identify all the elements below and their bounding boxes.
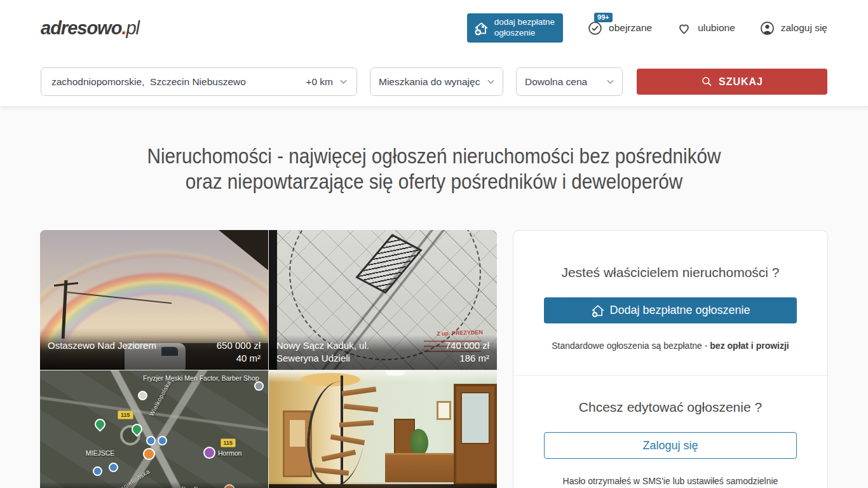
header-row: adresowo.pl dodaj bezpłatne ogłoszenie [41,0,827,56]
favorites-button[interactable]: ulubione [676,20,735,36]
map-poi-label: Hormon [218,449,241,457]
login-label: zaloguj się [781,22,827,34]
add-free-listing-button[interactable]: Dodaj bezpłatne ogłoszenie [544,297,797,323]
chevron-down-icon [338,76,349,87]
map-transit-icon [158,436,167,445]
property-type-value: Mieszkania do wynajęc [379,76,480,88]
favorites-label: ulubione [698,22,735,34]
listing-card-bialystok[interactable]: Białystok Zielone Wzgórze 599 576 zł [269,370,497,488]
location-input[interactable] [51,76,301,88]
add-free-listing-label: Dodaj bezpłatne ogłoszenie [609,304,750,317]
sidebar-login-button[interactable]: Zaloguj się [544,432,797,459]
photo-texture [385,370,405,376]
viewed-button[interactable]: 99+ obejrzane [587,20,652,36]
listing-price: 740 000 zł [445,339,489,352]
search-icon [701,76,713,88]
header-nav: dodaj bezpłatne ogłoszenie 99+ obejrzane [467,13,827,43]
owner-section: Jesteś właścicielem nieruchomości ? Doda… [513,231,827,375]
listing-area: 186 m² [445,352,489,365]
logo-main: adresowo [41,18,121,39]
user-circle-icon [759,20,775,36]
owner-heading: Jesteś właścicielem nieruchomości ? [544,265,797,280]
edit-section: Chcesz edytować ogłoszenie ? Zaloguj się… [513,375,827,488]
listing-label: Nowy Sącz Kaduk, ul. Seweryna Udzieli 74… [269,335,497,370]
photo-texture [385,453,454,482]
add-listing-label: dodaj bezpłatne ogłoszenie [494,17,555,39]
map-poi-icon [143,448,155,460]
main-content: Ostaszewo Nad Jeziorem 650 000 zł 40 m² … [0,230,868,488]
road-number-badge: 115 [220,438,236,447]
price-value: Dowolna cena [525,76,587,88]
listing-label: Ostaszewo Nad Jeziorem 650 000 zł 40 m² [40,335,268,370]
hero: Nieruchomości - najwięcej ogłoszeń nieru… [0,144,868,194]
photo-texture [67,292,172,304]
viewed-count-badge: 99+ [594,13,613,22]
house-plus-icon [473,20,489,36]
login-button[interactable]: zaloguj się [759,20,827,36]
sidebar-login-label: Zaloguj się [642,439,698,452]
listing-price: 650 000 zł [217,339,261,352]
location-search-control[interactable]: +0 km [41,67,357,96]
logo[interactable]: adresowo.pl [41,18,139,39]
map-transit-icon [146,436,156,445]
heart-icon [676,20,692,36]
listing-meta: 650 000 zł 40 m² [217,339,261,365]
free-note: Standardowe ogłoszenia są bezpłatne - be… [544,341,797,351]
search-submit-label: SZUKAJ [719,76,763,88]
viewed-label: obejrzane [609,22,652,34]
listing-label: Szczecin Centrum, ul. 674 000 zł [40,482,268,488]
map-transit-icon [109,463,118,472]
add-listing-button[interactable]: dodaj bezpłatne ogłoszenie [467,13,563,43]
photo-texture [437,401,451,419]
password-note: Hasło otrzymałeś w SMS'ie lub ustawiłeś … [544,476,797,486]
photo-texture [410,429,429,456]
viewed-icon-wrap: 99+ [587,20,603,36]
search-submit-button[interactable]: SZUKAJ [637,69,827,95]
map-transit-icon [93,466,102,476]
house-plus-icon [590,303,606,318]
map-marker-icon [93,416,108,431]
radius-value[interactable]: +0 km [306,76,333,88]
photo-texture [454,384,497,485]
owner-panel: Jesteś właścicielem nieruchomości ? Doda… [513,230,828,488]
map-poi-icon [203,447,215,459]
edit-heading: Chcesz edytować ogłoszenie ? [544,400,797,415]
listing-area: 40 m² [217,352,261,365]
map-poi-label: Fryzjer Męski Men Factor, Barber Shop [143,374,259,382]
page-title: Nieruchomości - najwięcej ogłoszeń nieru… [0,144,868,194]
listing-label: Białystok Zielone Wzgórze 599 576 zł [269,482,497,488]
road-number-badge: 115 [118,410,133,419]
listing-card-ostaszewo[interactable]: Ostaszewo Nad Jeziorem 650 000 zł 40 m² [40,230,268,370]
listing-card-szczecin[interactable]: Fryzjer Męski Men Factor, Barber Shop 11… [40,370,268,488]
listing-meta: 740 000 zł 186 m² [445,339,489,365]
featured-listings-grid: Ostaszewo Nad Jeziorem 650 000 zł 40 m² … [40,230,497,488]
listing-card-nowy-sacz[interactable]: Z up. PREZYDEN Nowy Sącz Kaduk, ul. Sewe… [269,230,497,370]
chevron-down-icon [485,76,496,87]
map-poi-icon [254,381,264,391]
property-type-select[interactable]: Mieszkania do wynajęc [370,67,503,96]
photo-texture [208,230,268,276]
map-poi-label: MIEJSCE [86,449,115,457]
listing-location: Nowy Sącz Kaduk, ul. Seweryna Udzieli [276,339,398,365]
chevron-down-icon [605,76,616,87]
topbar: adresowo.pl dodaj bezpłatne ogłoszenie [0,0,868,107]
check-circle-icon [587,20,603,36]
listing-location: Ostaszewo Nad Jeziorem [48,339,156,352]
search-bar: +0 km Mieszkania do wynajęc Dowolna cena… [41,56,827,106]
map-poi-icon [138,391,147,400]
logo-tld: pl [126,18,139,39]
price-select[interactable]: Dowolna cena [516,67,623,96]
map-street-label: Wielkopolska [148,379,173,417]
